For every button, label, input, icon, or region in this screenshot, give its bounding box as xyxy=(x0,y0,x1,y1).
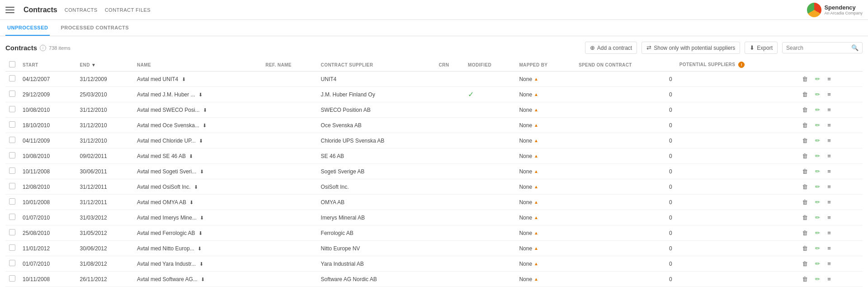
row-edit-btn-0[interactable]: ✏ xyxy=(813,75,822,83)
row-edit-btn-11[interactable]: ✏ xyxy=(813,244,822,253)
row-filter-btn-9[interactable]: ≡ xyxy=(826,213,833,222)
select-all-checkbox[interactable] xyxy=(9,61,15,67)
row-potential-0 xyxy=(676,72,797,87)
download-icon-2[interactable]: ⬇ xyxy=(203,107,207,113)
potential-suppliers-info-icon[interactable]: ! xyxy=(738,62,745,68)
row-delete-btn-3[interactable]: 🗑 xyxy=(800,121,810,129)
row-checkbox-7[interactable] xyxy=(9,183,15,189)
warning-icon-1: ▲ xyxy=(534,92,538,97)
row-delete-btn-1[interactable]: 🗑 xyxy=(800,90,810,99)
row-edit-btn-6[interactable]: ✏ xyxy=(813,167,822,176)
nav-contract-files[interactable]: CONTRACT FILES xyxy=(105,7,151,13)
download-icon-7[interactable]: ⬇ xyxy=(194,184,198,190)
tab-unprocessed[interactable]: UNPROCESSED xyxy=(5,20,50,36)
download-icon-11[interactable]: ⬇ xyxy=(198,246,202,251)
row-ref-name-7 xyxy=(262,179,317,195)
download-icon-5[interactable]: ⬇ xyxy=(189,153,193,159)
row-filter-btn-13[interactable]: ≡ xyxy=(826,275,833,283)
row-potential-3 xyxy=(676,118,797,133)
row-delete-btn-13[interactable]: 🗑 xyxy=(800,275,810,283)
download-icon-13[interactable]: ⬇ xyxy=(201,277,205,282)
info-icon[interactable]: i xyxy=(40,45,46,51)
row-delete-btn-4[interactable]: 🗑 xyxy=(800,136,810,145)
download-icon-8[interactable]: ⬇ xyxy=(189,200,193,205)
download-icon-12[interactable]: ⬇ xyxy=(199,261,203,267)
row-edit-btn-2[interactable]: ✏ xyxy=(813,105,822,114)
row-filter-btn-2[interactable]: ≡ xyxy=(826,105,833,114)
download-icon-6[interactable]: ⬇ xyxy=(200,169,204,174)
row-checkbox-0[interactable] xyxy=(9,75,15,81)
row-edit-btn-8[interactable]: ✏ xyxy=(813,198,822,206)
row-edit-btn-12[interactable]: ✏ xyxy=(813,259,822,268)
table-row: 04/12/2007 31/12/2009 Avtal med UNIT4 ⬇ … xyxy=(5,72,863,87)
row-filter-btn-1[interactable]: ≡ xyxy=(826,90,833,99)
warning-icon-0: ▲ xyxy=(534,77,538,81)
row-supplier-13: Software AG Nordic AB xyxy=(317,272,435,287)
row-checkbox-11[interactable] xyxy=(9,244,15,251)
row-delete-btn-12[interactable]: 🗑 xyxy=(800,259,810,268)
row-checkbox-6[interactable] xyxy=(9,167,15,174)
row-checkbox-9[interactable] xyxy=(9,214,15,220)
row-checkbox-2[interactable] xyxy=(9,106,15,112)
row-checkbox-1[interactable] xyxy=(9,91,15,97)
row-edit-btn-3[interactable]: ✏ xyxy=(813,121,822,129)
row-filter-btn-3[interactable]: ≡ xyxy=(826,121,833,129)
row-filter-btn-11[interactable]: ≡ xyxy=(826,244,833,253)
row-delete-btn-7[interactable]: 🗑 xyxy=(800,182,810,191)
row-edit-btn-10[interactable]: ✏ xyxy=(813,229,822,237)
row-edit-btn-9[interactable]: ✏ xyxy=(813,213,822,222)
row-delete-btn-0[interactable]: 🗑 xyxy=(800,75,810,83)
row-spend-12: 0 xyxy=(575,256,676,272)
download-icon-1[interactable]: ⬇ xyxy=(198,92,203,97)
row-name-4: Avtal med Chloride UP... ⬇ xyxy=(133,133,262,148)
row-filter-btn-10[interactable]: ≡ xyxy=(826,229,833,237)
download-icon-3[interactable]: ⬇ xyxy=(203,123,207,128)
row-checkbox-12[interactable] xyxy=(9,260,15,266)
row-checkbox-10[interactable] xyxy=(9,229,15,235)
row-delete-btn-2[interactable]: 🗑 xyxy=(800,105,810,114)
row-checkbox-3[interactable] xyxy=(9,121,15,128)
download-icon-4[interactable]: ⬇ xyxy=(199,138,203,144)
row-edit-btn-5[interactable]: ✏ xyxy=(813,152,822,160)
filter-potential-suppliers-button[interactable]: ⇄ Show only with potential suppliers xyxy=(642,42,740,54)
row-delete-btn-10[interactable]: 🗑 xyxy=(800,229,810,237)
row-delete-btn-8[interactable]: 🗑 xyxy=(800,198,810,206)
download-icon-9[interactable]: ⬇ xyxy=(200,215,204,220)
row-edit-btn-4[interactable]: ✏ xyxy=(813,136,822,145)
row-edit-btn-1[interactable]: ✏ xyxy=(813,90,822,99)
row-filter-btn-12[interactable]: ≡ xyxy=(826,259,833,268)
row-delete-btn-5[interactable]: 🗑 xyxy=(800,152,810,160)
row-delete-btn-6[interactable]: 🗑 xyxy=(800,167,810,176)
row-filter-btn-5[interactable]: ≡ xyxy=(826,152,833,160)
nav-contracts[interactable]: CONTRACTS xyxy=(65,7,98,13)
hamburger-menu[interactable] xyxy=(5,7,14,13)
row-delete-btn-9[interactable]: 🗑 xyxy=(800,213,810,222)
row-modified-1: ✓ xyxy=(464,87,515,102)
row-checkbox-5[interactable] xyxy=(9,152,15,158)
col-end[interactable]: END▼ xyxy=(76,58,134,72)
row-ref-name-1 xyxy=(262,87,317,102)
warning-icon-5: ▲ xyxy=(534,153,538,158)
row-checkbox-4[interactable] xyxy=(9,137,15,143)
row-start-4: 04/11/2009 xyxy=(19,133,76,148)
row-checkbox-8[interactable] xyxy=(9,198,15,205)
row-filter-btn-0[interactable]: ≡ xyxy=(826,75,833,83)
row-filter-btn-7[interactable]: ≡ xyxy=(826,182,833,191)
search-input[interactable] xyxy=(786,45,849,51)
row-spend-5: 0 xyxy=(575,148,676,164)
download-icon-10[interactable]: ⬇ xyxy=(198,230,203,236)
warning-icon-6: ▲ xyxy=(534,169,538,174)
row-edit-btn-13[interactable]: ✏ xyxy=(813,275,822,283)
row-edit-btn-7[interactable]: ✏ xyxy=(813,182,822,191)
download-icon-0[interactable]: ⬇ xyxy=(182,77,186,82)
export-button[interactable]: ⬇ Export xyxy=(745,42,778,54)
row-filter-btn-6[interactable]: ≡ xyxy=(826,167,833,176)
row-filter-btn-4[interactable]: ≡ xyxy=(826,136,833,145)
row-delete-btn-11[interactable]: 🗑 xyxy=(800,244,810,253)
tab-processed[interactable]: PROCESSED CONTRACTS xyxy=(59,20,131,36)
add-contract-button[interactable]: ⊕ Add a contract xyxy=(585,42,637,54)
row-spend-3: 0 xyxy=(575,118,676,133)
row-checkbox-13[interactable] xyxy=(9,275,15,282)
row-filter-btn-8[interactable]: ≡ xyxy=(826,198,833,206)
row-mapped-7: None ▲ xyxy=(515,179,575,195)
